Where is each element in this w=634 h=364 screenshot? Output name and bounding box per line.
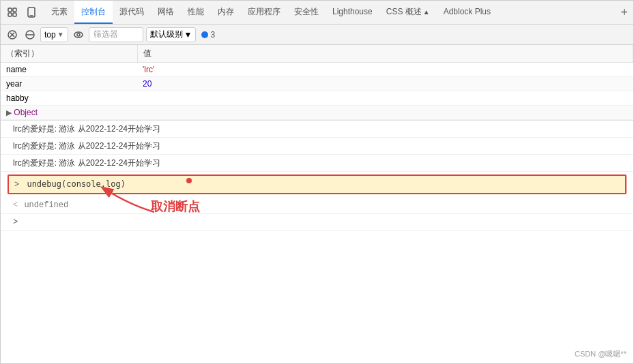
tab-application[interactable]: 应用程序 xyxy=(241,1,287,24)
table-cell-value: 'lrc' xyxy=(137,63,633,77)
more-tabs-btn[interactable]: + xyxy=(618,5,631,20)
tab-css-overview[interactable]: CSS 概述 ▲ xyxy=(379,1,437,24)
block-btn[interactable] xyxy=(23,27,38,42)
tab-network[interactable]: 网络 xyxy=(151,1,181,24)
css-overview-icon: ▲ xyxy=(423,8,430,16)
prompt-line[interactable]: > xyxy=(1,214,633,231)
filter-input-container[interactable]: 筛选器 xyxy=(89,27,143,42)
table-cell-index: name xyxy=(1,63,137,77)
table-row: habby xyxy=(1,91,633,106)
watermark: CSDN @嗯嗯** xyxy=(575,349,626,359)
prompt-sign-2: > xyxy=(13,217,18,227)
tab-elements[interactable]: 元素 xyxy=(44,1,74,24)
console-log-line-3: lrc的爱好是: 游泳 从2022-12-24开始学习 xyxy=(1,155,633,172)
level-label: 默认级别 xyxy=(150,29,183,40)
svg-point-12 xyxy=(77,33,80,36)
table-row: name 'lrc' xyxy=(1,63,633,77)
highlighted-command-text: undebug(console.log) xyxy=(27,179,126,189)
context-label: top xyxy=(44,30,56,40)
table-cell-value xyxy=(137,91,633,106)
table-cell-value: 20 xyxy=(137,77,633,91)
table-row: year 20 xyxy=(1,77,633,91)
table-object-row[interactable]: ▶ Object xyxy=(1,106,633,120)
filter-placeholder: 筛选器 xyxy=(93,29,118,40)
tab-adblock[interactable]: Adblock Plus xyxy=(437,1,498,24)
console-content[interactable]: （索引） 值 name 'lrc' year 20 habby xyxy=(1,45,633,363)
console-table: （索引） 值 name 'lrc' year 20 habby xyxy=(1,45,633,120)
svg-rect-3 xyxy=(13,13,16,16)
tab-performance[interactable]: 性能 xyxy=(181,1,211,24)
tab-bar: 元素 控制台 源代码 网络 性能 内存 应用程序 安全性 Lighthouse … xyxy=(1,1,633,25)
table-cell-index: habby xyxy=(1,91,137,106)
result-arrow-icon: < xyxy=(13,200,18,210)
context-selector[interactable]: top ▼ xyxy=(40,27,68,42)
level-arrow-icon: ▼ xyxy=(184,30,192,40)
result-text: undefined xyxy=(24,200,68,210)
object-label: Object xyxy=(14,108,38,117)
badge-count: 3 xyxy=(210,30,215,40)
context-arrow-icon: ▼ xyxy=(57,31,64,38)
svg-rect-0 xyxy=(8,8,12,12)
highlighted-command-container: > undebug(console.log) xyxy=(1,172,633,197)
devtools-window: 元素 控制台 源代码 网络 性能 内存 应用程序 安全性 Lighthouse … xyxy=(0,0,634,364)
table-col-value: 值 xyxy=(137,45,633,63)
toolbar: top ▼ 筛选器 默认级别 ▼ 3 xyxy=(1,25,633,45)
table-cell-index: year xyxy=(1,77,137,91)
prompt-sign: > xyxy=(14,180,19,189)
console-log-line-1: lrc的爱好是: 游泳 从2022-12-24开始学习 xyxy=(1,121,633,138)
inspect-icon-btn[interactable] xyxy=(3,3,21,21)
svg-rect-1 xyxy=(13,8,16,12)
tab-sources[interactable]: 源代码 xyxy=(113,1,151,24)
table-col-index: （索引） xyxy=(1,45,137,63)
tab-bar-left xyxy=(3,3,40,21)
result-line: < undefined xyxy=(1,197,633,214)
highlighted-command-line[interactable]: > undebug(console.log) xyxy=(8,175,626,194)
tab-console[interactable]: 控制台 xyxy=(74,1,113,24)
eye-btn[interactable] xyxy=(71,27,86,42)
badge-dot xyxy=(201,31,208,38)
tab-memory[interactable]: 内存 xyxy=(211,1,241,24)
badge-container: 3 xyxy=(201,30,215,40)
tab-security[interactable]: 安全性 xyxy=(287,1,326,24)
console-log-line-2: lrc的爱好是: 游泳 从2022-12-24开始学习 xyxy=(1,138,633,155)
level-selector[interactable]: 默认级别 ▼ xyxy=(146,27,197,42)
svg-rect-2 xyxy=(8,13,12,16)
tab-lighthouse[interactable]: Lighthouse xyxy=(326,1,379,24)
tabs: 元素 控制台 源代码 网络 性能 内存 应用程序 安全性 Lighthouse … xyxy=(44,1,615,24)
clear-console-btn[interactable] xyxy=(5,27,20,42)
svg-point-11 xyxy=(74,32,83,37)
object-expand-icon: ▶ xyxy=(6,108,12,117)
mobile-icon-btn[interactable] xyxy=(23,3,40,21)
